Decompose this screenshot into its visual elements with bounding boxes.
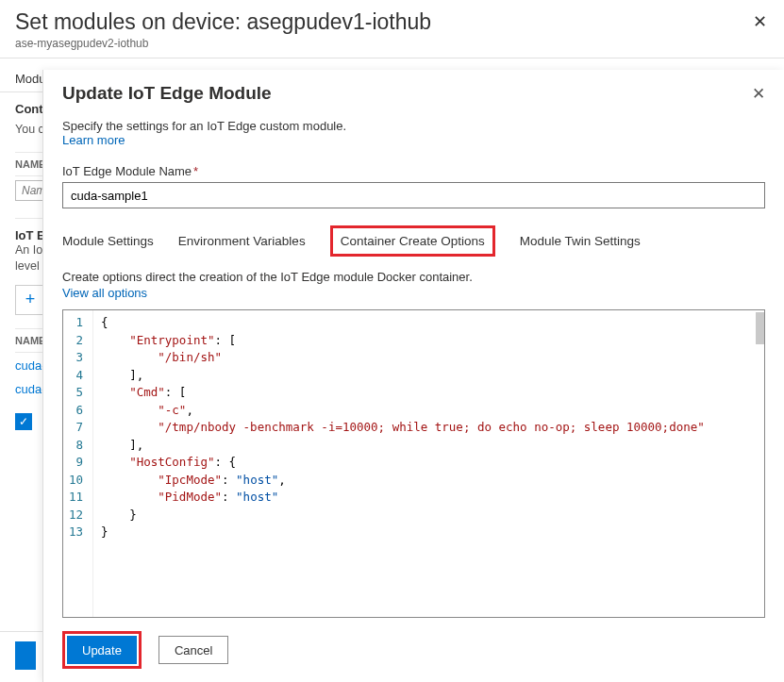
- code-key: "Entrypoint": [129, 333, 214, 347]
- line-num: 4: [69, 367, 83, 385]
- code-gutter: 1 2 3 4 5 6 7 8 9 10 11 12 13: [63, 310, 93, 617]
- add-module-button[interactable]: +: [15, 285, 45, 315]
- code-value: "host": [236, 473, 278, 487]
- tab-container-create-options[interactable]: Container Create Options: [330, 225, 495, 257]
- update-button-highlight: Update: [62, 631, 142, 669]
- page-title: Set modules on device: asegpudev1-iothub: [15, 9, 769, 35]
- tab-environment-variables[interactable]: Environment Variables: [178, 230, 306, 252]
- line-num: 3: [69, 349, 83, 367]
- code-value: "host": [236, 490, 278, 504]
- tab-module-twin-settings[interactable]: Module Twin Settings: [520, 230, 641, 252]
- line-num: 1: [69, 314, 83, 332]
- cancel-button[interactable]: Cancel: [158, 636, 228, 664]
- tab-module-settings[interactable]: Module Settings: [62, 230, 154, 252]
- module-name-label-text: IoT Edge Module Name: [62, 164, 192, 178]
- code-content[interactable]: { "Entrypoint": [ "/bin/sh" ], "Cmd": [ …: [93, 310, 764, 617]
- check-icon[interactable]: ✓: [15, 413, 32, 430]
- container-options-description: Create options direct the creation of th…: [62, 270, 765, 284]
- view-all-options-link[interactable]: View all options: [62, 286, 765, 300]
- update-module-panel: Update IoT Edge Module ✕ Specify the set…: [42, 70, 784, 682]
- code-key: "Cmd": [129, 385, 165, 399]
- code-key: "HostConfig": [129, 455, 214, 469]
- required-indicator: *: [193, 164, 198, 178]
- panel-title: Update IoT Edge Module: [62, 83, 272, 104]
- code-string: "/bin/sh": [158, 350, 222, 364]
- line-num: 12: [69, 507, 83, 524]
- panel-description: Specify the settings for an IoT Edge cus…: [62, 113, 765, 133]
- scrollbar-indicator[interactable]: [756, 312, 764, 344]
- line-num: 5: [69, 384, 83, 402]
- code-string: "/tmp/nbody -benchmark -i=10000; while t…: [158, 420, 704, 434]
- page-close-icon[interactable]: ✕: [753, 11, 767, 32]
- module-name-input[interactable]: [62, 182, 765, 208]
- line-num: 7: [69, 419, 83, 437]
- bg-primary-button-partial[interactable]: [15, 641, 36, 670]
- line-num: 10: [69, 472, 83, 490]
- code-key: "PidMode": [158, 490, 222, 504]
- line-num: 9: [69, 454, 83, 472]
- code-editor[interactable]: 1 2 3 4 5 6 7 8 9 10 11 12 13 { "Entrypo…: [62, 309, 765, 618]
- line-num: 11: [69, 489, 83, 507]
- module-name-label: IoT Edge Module Name*: [62, 164, 765, 178]
- line-num: 2: [69, 332, 83, 350]
- code-string: "-c": [158, 403, 186, 417]
- code-key: "IpcMode": [158, 473, 222, 487]
- line-num: 6: [69, 402, 83, 420]
- update-button[interactable]: Update: [67, 636, 137, 664]
- line-num: 8: [69, 437, 83, 455]
- breadcrumb: ase-myasegpudev2-iothub: [15, 37, 769, 58]
- panel-close-icon[interactable]: ✕: [752, 84, 765, 104]
- learn-more-link[interactable]: Learn more: [62, 133, 765, 147]
- line-num: 13: [69, 524, 83, 541]
